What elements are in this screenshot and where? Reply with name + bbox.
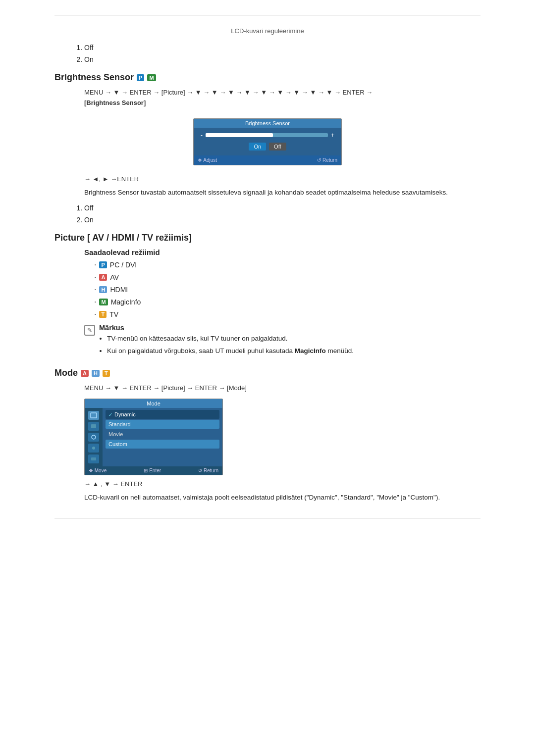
mode-av: · A AV (94, 273, 481, 282)
mode-label-magicinfo: MagicInfo (111, 298, 141, 306)
on-off-buttons: On Off (201, 143, 334, 151)
mode-screenshot: Mode ✓ (84, 399, 223, 475)
badge-p: P (137, 74, 144, 81)
mode-badge-a2: A (81, 370, 89, 377)
mode-description: LCD-kuvaril on neli automaatset, valmist… (84, 493, 481, 503)
mode-title: Mode (54, 368, 78, 378)
mode-badge-h2: H (92, 370, 100, 377)
svg-rect-1 (91, 424, 96, 428)
footer-adjust: ❖ Adjust (198, 157, 217, 163)
sidebar-icon-5 (88, 454, 99, 463)
svg-rect-4 (91, 457, 96, 460)
arrow-instruction-brightness: → ◄, ► →ENTER (84, 175, 481, 183)
bullet-dot: · (94, 310, 96, 319)
sidebar-icon-3 (88, 433, 99, 442)
note-item-2: Kui on paigaldatud võrguboks, saab UT mu… (107, 346, 354, 356)
mode-dynamic: ✓ Dynamic (106, 410, 219, 419)
mode-label-pc: PC / DVI (110, 261, 137, 269)
modes-list: · P PC / DVI · A AV · H HDMI · M MagicIn… (94, 260, 481, 319)
svg-point-2 (92, 435, 96, 439)
note-item-1: TV-menüü on kättesaadav siis, kui TV tuu… (107, 334, 354, 344)
mode-tv: · T TV (94, 310, 481, 319)
bullet-dot: · (94, 260, 96, 269)
mode-label-tv: TV (109, 310, 118, 318)
footer-enter: ⊞ Enter (144, 468, 161, 473)
mode-footer: ❖ Move ⊞ Enter ↺ Return (85, 466, 222, 475)
saadaolevad-heading: Saadaolevad režiimid (84, 248, 481, 256)
svg-point-3 (92, 447, 95, 450)
picture-section-heading: Picture [ AV / HDMI / TV režiimis] (54, 233, 481, 243)
top-divider (54, 15, 481, 15)
sidebar-icon-1 (88, 411, 99, 420)
footer-move: ❖ Move (89, 468, 107, 473)
slider-fill (206, 133, 273, 137)
footer-return: ↺ Return (317, 157, 337, 163)
note-box: ✎ Märkus TV-menüü on kättesaadav siis, k… (84, 324, 481, 359)
slider-plus-icon: + (331, 132, 334, 139)
mode-badge-a: A (99, 274, 107, 281)
note-icon: ✎ (84, 325, 95, 336)
mode-hdmi: · H HDMI (94, 285, 481, 294)
sidebar-icon-4 (88, 444, 99, 453)
magicinfo-bold: MagicInfo (295, 347, 326, 354)
mode-badge-h: H (99, 286, 107, 293)
list-item-2: On (84, 55, 481, 63)
screenshot-footer: ❖ Adjust ↺ Return (194, 155, 341, 165)
note-content: Märkus TV-menüü on kättesaadav siis, kui… (99, 324, 354, 359)
brightness-sensor-heading: Brightness Sensor P M (54, 72, 481, 83)
off-button[interactable]: Off (269, 143, 286, 151)
note-title: Märkus (99, 324, 354, 332)
slider-row: - + (201, 132, 334, 139)
mode-menu-path: MENU → ▼ → ENTER → [Picture] → ENTER → [… (84, 383, 481, 394)
mode-pc-dvi: · P PC / DVI (94, 260, 481, 269)
brightness-menu-path: MENU → ▼ → ENTER → [Picture] → ▼ → ▼ → ▼… (84, 88, 481, 108)
page-title: LCD-kuvari reguleerimine (54, 27, 481, 35)
brightness-sensor-title: Brightness Sensor (54, 72, 134, 83)
note-items: TV-menüü on kättesaadav siis, kui TV tuu… (107, 334, 354, 357)
footer-return2: ↺ Return (198, 468, 218, 473)
bullet-dot: · (94, 273, 96, 282)
mode-label-av: AV (110, 273, 119, 281)
list-item-1: Off (84, 44, 481, 51)
bullet-dot: · (94, 298, 96, 306)
brightness-list-1: Off (84, 204, 481, 212)
screenshot-title: Brightness Sensor (194, 119, 341, 128)
mode-label-hdmi: HDMI (110, 286, 128, 294)
mode-badge-t2: T (103, 370, 110, 377)
mode-section-heading: Mode A H T (54, 368, 481, 378)
mode-custom: Custom (106, 440, 219, 449)
mode-body: ✓ Dynamic Standard Movie Custom (85, 408, 222, 466)
brightness-list: Off On (84, 204, 481, 224)
mode-sidebar (85, 408, 103, 466)
arrow-instruction-mode: → ▲ , ▼ → ENTER (84, 480, 481, 488)
mode-magicinfo: · M MagicInfo (94, 298, 481, 306)
svg-rect-0 (91, 413, 97, 418)
mode-standard: Standard (106, 420, 219, 429)
mode-badge-t: T (99, 311, 107, 318)
top-numbered-list: Off On (84, 44, 481, 63)
mode-movie: Movie (106, 430, 219, 439)
slider-track (206, 133, 328, 137)
sidebar-icon-2 (88, 422, 99, 431)
brightness-list-2: On (84, 216, 481, 224)
mode-content: ✓ Dynamic Standard Movie Custom (103, 408, 222, 466)
mode-screenshot-title: Mode (85, 399, 222, 408)
bullet-dot: · (94, 285, 96, 294)
brightness-description: Brightness Sensor tuvastab automaatselt … (84, 188, 481, 198)
mode-badge-m: M (99, 299, 107, 305)
brightness-sensor-screenshot: Brightness Sensor - + On Off ❖ Adjust ↺ … (193, 118, 342, 165)
on-button[interactable]: On (249, 143, 266, 151)
picture-title: Picture [ AV / HDMI / TV režiimis] (54, 233, 192, 243)
bottom-divider (54, 518, 481, 518)
mode-badge-p: P (99, 261, 107, 268)
slider-minus-icon: - (201, 132, 203, 139)
check-icon: ✓ (108, 412, 112, 417)
badge-m: M (147, 74, 156, 81)
